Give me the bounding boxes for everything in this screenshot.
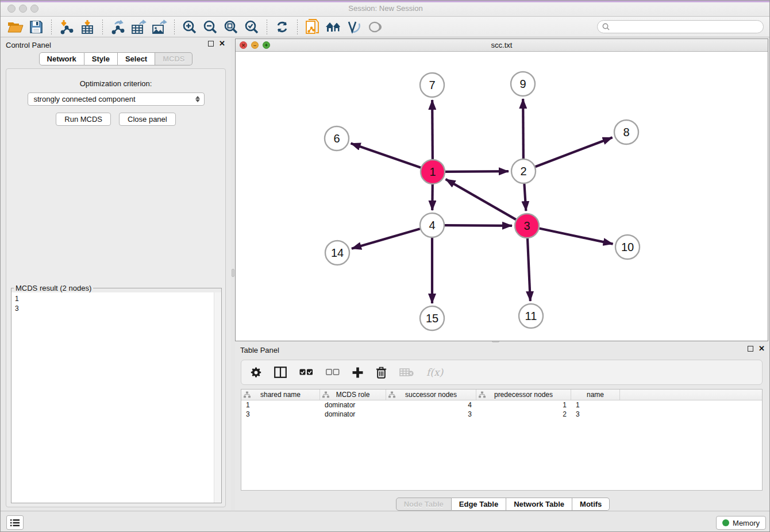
optimization-criterion-label: Optimization criterion: <box>6 79 225 88</box>
graph-edge-2-9[interactable] <box>523 99 523 159</box>
cell-r1-name[interactable]: 3 <box>571 410 620 419</box>
column-header-predecessor-nodes[interactable]: predecessor nodes <box>476 390 571 400</box>
open-session-icon[interactable] <box>5 18 26 36</box>
cell-r0-name[interactable]: 1 <box>571 400 620 410</box>
select-all-rows-icon[interactable] <box>299 369 313 376</box>
graph-node-14[interactable]: 14 <box>325 241 349 265</box>
zoom-out-icon[interactable] <box>200 18 221 36</box>
result-scrollbar[interactable] <box>214 292 221 503</box>
delete-entries-trash-icon[interactable] <box>376 367 387 379</box>
tab-style[interactable]: Style <box>84 52 118 65</box>
column-header-shared-name[interactable]: shared name <box>241 390 320 400</box>
graph-node-10[interactable]: 10 <box>615 235 640 259</box>
graph-edge-2-8[interactable] <box>536 137 613 167</box>
search-field[interactable] <box>597 20 764 33</box>
svg-text:2: 2 <box>520 165 526 178</box>
run-mcds-button[interactable]: Run MCDS <box>56 113 111 126</box>
task-history-button[interactable] <box>6 515 24 530</box>
unselect-all-rows-icon[interactable] <box>326 369 340 376</box>
close-table-panel-icon[interactable]: ✕ <box>759 346 765 352</box>
refresh-view-icon[interactable] <box>272 18 292 36</box>
mcds-result-box: MCDS result (2 nodes) 1 3 <box>11 284 222 503</box>
tab-motifs[interactable]: Motifs <box>572 498 610 511</box>
cell-r1-predecessor-nodes[interactable]: 2 <box>476 410 571 419</box>
zoom-fit-icon[interactable] <box>221 18 241 36</box>
mcds-result-area[interactable]: 1 3 <box>11 292 221 503</box>
export-network-icon[interactable] <box>107 18 128 36</box>
column-header-filler <box>620 390 762 400</box>
tab-mcds[interactable]: MCDS <box>155 52 192 65</box>
zoom-selected-icon[interactable] <box>241 18 262 36</box>
graph-node-3[interactable]: 3 <box>515 214 539 238</box>
column-header-successor-nodes[interactable]: successor nodes <box>386 390 476 400</box>
graph-edge-2-3[interactable] <box>524 184 526 211</box>
graph-node-7[interactable]: 7 <box>420 73 444 97</box>
column-header-mcds-role[interactable]: MCDS role <box>320 390 386 400</box>
mcds-tab-content: Optimization criterion: strongly connect… <box>6 68 226 507</box>
import-table-icon[interactable] <box>77 18 98 36</box>
cell-r1-MCDS-role[interactable]: dominator <box>320 410 386 419</box>
graph-node-11[interactable]: 11 <box>519 304 543 328</box>
save-session-icon[interactable] <box>26 18 47 36</box>
tab-network[interactable]: Network <box>39 52 84 65</box>
tab-network-table[interactable]: Network Table <box>506 498 572 511</box>
tab-node-table[interactable]: Node Table <box>396 498 452 511</box>
graph-edge-1-6[interactable] <box>351 144 421 168</box>
criterion-dropdown[interactable]: strongly connected component <box>28 92 205 106</box>
graph-edge-1-7[interactable] <box>432 100 433 159</box>
node-table[interactable]: shared nameMCDS rolesuccessor nodesprede… <box>241 389 763 491</box>
export-image-icon[interactable] <box>149 18 170 36</box>
tab-edge-table[interactable]: Edge Table <box>452 498 506 511</box>
graph-edge-1-2[interactable] <box>445 171 509 172</box>
close-panel-icon[interactable]: ✕ <box>219 41 225 47</box>
table-row[interactable]: 3dominator323 <box>241 410 762 419</box>
export-table-icon[interactable] <box>128 18 149 36</box>
home-layout-icon[interactable] <box>323 18 344 36</box>
network-window-titlebar[interactable]: ✕ – + scc.txt <box>236 39 768 52</box>
search-icon <box>602 23 610 30</box>
column-settings-gear-icon[interactable] <box>251 367 261 378</box>
graph-edge-3-10[interactable] <box>540 229 613 244</box>
close-panel-button[interactable]: Close panel <box>119 113 176 126</box>
level-of-detail-eye-icon[interactable] <box>364 18 385 36</box>
new-session-from-network-icon[interactable] <box>302 18 323 36</box>
vizmapper-icon[interactable] <box>344 18 364 36</box>
table-panel: Table Panel ✕ <box>235 342 770 511</box>
cell-r0-predecessor-nodes[interactable]: 1 <box>476 400 571 410</box>
search-input[interactable] <box>613 22 759 31</box>
network-window-title: scc.txt <box>236 41 768 49</box>
table-panel-header: Table Panel ✕ <box>235 342 770 357</box>
control-panel-tabs: NetworkStyleSelectMCDS <box>1 52 231 65</box>
graph-node-1[interactable]: 1 <box>421 160 445 184</box>
graph-node-8[interactable]: 8 <box>614 120 638 144</box>
graph-edge-3-11[interactable] <box>528 238 530 301</box>
graph-node-2[interactable]: 2 <box>511 159 536 183</box>
graph-node-4[interactable]: 4 <box>420 213 444 237</box>
cell-r0-MCDS-role[interactable]: dominator <box>320 400 386 410</box>
cell-r1-successor-nodes[interactable]: 3 <box>386 410 476 419</box>
column-chooser-icon[interactable] <box>274 367 287 378</box>
tab-select[interactable]: Select <box>118 52 155 65</box>
zoom-in-icon[interactable] <box>179 18 200 36</box>
graph-edge-4-14[interactable] <box>352 229 420 249</box>
table-panel-tabs: Node TableEdge TableNetwork TableMotifs <box>235 498 770 511</box>
vertical-splitter[interactable] <box>231 37 235 511</box>
cell-r0-successor-nodes[interactable]: 4 <box>386 400 476 410</box>
graph-edge-4-3[interactable] <box>445 225 512 226</box>
window-title: Session: New Session <box>1 4 770 13</box>
import-network-icon[interactable] <box>56 18 77 36</box>
column-header-name[interactable]: name <box>571 390 620 400</box>
graph-node-6[interactable]: 6 <box>325 126 349 151</box>
toolbar-separator <box>174 20 175 34</box>
float-panel-icon[interactable] <box>208 41 214 47</box>
graph-node-15[interactable]: 15 <box>420 306 444 330</box>
cell-r0-shared-name[interactable]: 1 <box>241 400 320 410</box>
graph-node-9[interactable]: 9 <box>511 72 535 96</box>
cell-r1-shared-name[interactable]: 3 <box>241 410 320 419</box>
network-canvas[interactable]: 7968124314101511 <box>236 52 768 341</box>
table-row[interactable]: 1dominator411 <box>241 400 762 410</box>
float-table-panel-icon[interactable] <box>748 346 753 352</box>
memory-button[interactable]: Memory <box>716 516 766 530</box>
add-column-icon[interactable] <box>352 367 363 378</box>
graph-edge-3-1[interactable] <box>446 179 516 219</box>
